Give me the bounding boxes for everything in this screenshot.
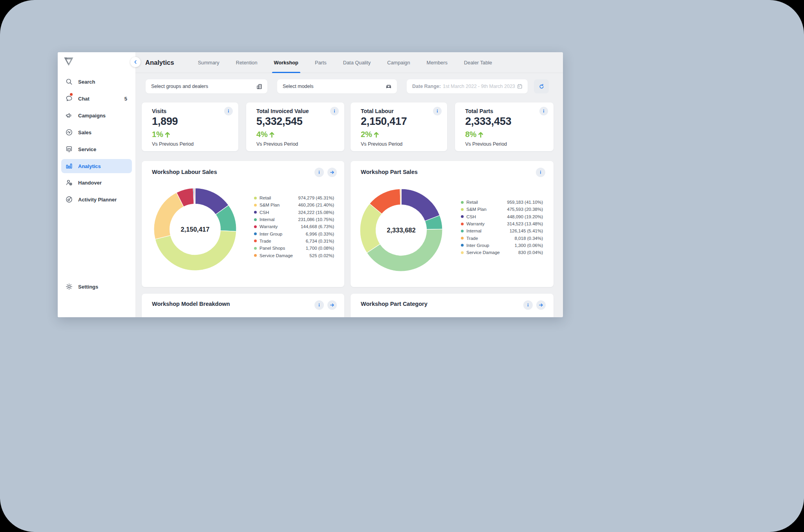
- open-detail-arrow-icon[interactable]: [327, 300, 337, 310]
- tab-workshop[interactable]: Workshop: [266, 52, 307, 73]
- legend-item[interactable]: Trade8,018 (0.34%): [461, 234, 543, 241]
- legend-value: 959,183 (41.10%): [507, 200, 543, 205]
- sidebar-item-service[interactable]: Service: [61, 142, 132, 156]
- tab-summary[interactable]: Summary: [190, 52, 228, 73]
- tab-members[interactable]: Members: [418, 52, 456, 73]
- legend-value: 1,700 (0.08%): [306, 246, 334, 250]
- workshop-part-category-card: Workshop Part Category: [351, 294, 554, 317]
- legend-item[interactable]: CSH324,222 (15.08%): [254, 209, 334, 216]
- tab-campaign[interactable]: Campaign: [379, 52, 418, 73]
- info-icon[interactable]: [314, 168, 324, 177]
- legend-item[interactable]: CSH448,090 (19.20%): [461, 213, 543, 220]
- legend-item[interactable]: Inter Group6,996 (0.33%): [254, 230, 334, 237]
- tab-dealer-table[interactable]: Dealer Table: [456, 52, 501, 73]
- tab-parts[interactable]: Parts: [307, 52, 335, 73]
- legend-value: 830 (0.04%): [518, 250, 543, 255]
- legend-item[interactable]: S&M Plan460,206 (21.40%): [254, 201, 334, 208]
- legend-swatch: [461, 201, 464, 204]
- legend-item[interactable]: Service Damage830 (0.04%): [461, 249, 543, 256]
- legend-swatch: [254, 254, 257, 257]
- legend-item[interactable]: Retail974,279 (45.31%): [254, 194, 334, 201]
- legend-value: 144,668 (6.73%): [301, 224, 334, 229]
- sidebar-item-activity-planner[interactable]: Activity Planner: [61, 192, 132, 207]
- legend-swatch: [461, 230, 464, 232]
- brand-logo-icon: [64, 57, 74, 68]
- donut-center-total: 2,333,682: [358, 187, 444, 273]
- models-select[interactable]: Select models: [277, 79, 397, 93]
- chevron-left-icon: [133, 59, 138, 65]
- sidebar-item-analytics[interactable]: Analytics: [61, 159, 132, 173]
- kpi-compare-label: Vs Previous Period: [361, 141, 402, 147]
- legend-item[interactable]: Internal126,145 (5.41%): [461, 227, 543, 234]
- kpi-card-total-parts: Total Parts 2,333,453 8% Vs Previous Per…: [455, 102, 554, 151]
- sidebar-item-chat[interactable]: Chat 5: [61, 91, 132, 106]
- open-detail-arrow-icon[interactable]: [536, 300, 546, 310]
- info-icon[interactable]: [433, 107, 442, 115]
- legend-swatch: [461, 223, 464, 225]
- page-header: Analytics Summary Retention Workshop Par…: [135, 52, 563, 73]
- legend-item[interactable]: S&M Plan475,593 (20.38%): [461, 206, 543, 213]
- tab-retention[interactable]: Retention: [228, 52, 266, 73]
- info-icon[interactable]: [536, 168, 545, 177]
- person-add-icon: [65, 179, 73, 186]
- legend-item[interactable]: Service Damage525 (0.02%): [254, 252, 334, 259]
- date-range-picker[interactable]: Date Range: 1st March 2022 - 9th March 2…: [407, 79, 528, 93]
- groups-dealers-select[interactable]: Select groups and dealers: [146, 79, 267, 93]
- buildings-icon: [256, 83, 263, 90]
- sidebar-item-sales[interactable]: Sales: [61, 125, 132, 139]
- legend-label: Warranty: [259, 224, 278, 229]
- legend-item[interactable]: Internal231,086 (10.75%): [254, 216, 334, 223]
- legend-label: Warranty: [466, 221, 484, 226]
- legend-item[interactable]: Trade6,734 (0.31%): [254, 238, 334, 245]
- page-title: Analytics: [145, 52, 174, 73]
- legend-value: 525 (0.02%): [309, 253, 334, 258]
- legend-swatch: [461, 244, 464, 247]
- sidebar-collapse-button[interactable]: [130, 57, 141, 67]
- legend-label: Trade: [259, 239, 271, 243]
- labour-sales-donut-chart[interactable]: 2,150,417: [152, 186, 238, 272]
- info-icon[interactable]: [523, 300, 533, 310]
- legend-label: Panel Shops: [259, 246, 285, 250]
- handshake-icon: [65, 128, 73, 136]
- legend-swatch: [254, 204, 257, 207]
- legend-value: 475,593 (20.38%): [507, 207, 543, 212]
- calendar-icon: [517, 83, 523, 90]
- kpi-change-value: 1%: [152, 130, 163, 139]
- info-icon[interactable]: [539, 107, 548, 115]
- legend-value: 6,734 (0.31%): [306, 239, 334, 243]
- sidebar-item-handover[interactable]: Handover: [61, 176, 132, 190]
- legend-label: Service Damage: [466, 250, 500, 255]
- legend-item[interactable]: Panel Shops1,700 (0.08%): [254, 245, 334, 252]
- info-icon[interactable]: [224, 107, 233, 115]
- chat-unread-count: 5: [124, 96, 128, 102]
- chat-icon: [65, 95, 73, 102]
- refresh-button[interactable]: [534, 79, 549, 93]
- info-icon[interactable]: [314, 300, 324, 310]
- legend-swatch: [254, 225, 257, 228]
- legend-item[interactable]: Warranty314,523 (13.48%): [461, 220, 543, 227]
- card-title: Workshop Labour Sales: [152, 169, 217, 175]
- date-range-label: Date Range:: [412, 84, 441, 89]
- part-sales-donut-chart[interactable]: 2,333,682: [358, 187, 444, 273]
- card-title: Workshop Model Breakdown: [152, 301, 230, 307]
- info-icon[interactable]: [330, 107, 339, 115]
- card-actions: [523, 300, 546, 310]
- sidebar-item-campaigns[interactable]: Campaigns: [61, 108, 132, 122]
- legend-label: S&M Plan: [259, 203, 280, 207]
- kpi-compare-label: Vs Previous Period: [256, 141, 298, 147]
- labour-sales-legend: Retail974,279 (45.31%) S&M Plan460,206 (…: [254, 194, 334, 259]
- legend-value: 1,300 (0.06%): [515, 243, 543, 248]
- open-detail-arrow-icon[interactable]: [327, 168, 337, 177]
- legend-item[interactable]: Retail959,183 (41.10%): [461, 199, 543, 206]
- legend-item[interactable]: Warranty144,668 (6.73%): [254, 223, 334, 230]
- sidebar-item-search[interactable]: Search: [61, 75, 132, 89]
- sidebar-item-label: Settings: [78, 284, 98, 290]
- sidebar-item-label: Search: [78, 79, 95, 85]
- legend-item[interactable]: Inter Group1,300 (0.06%): [461, 242, 543, 249]
- tab-data-quality[interactable]: Data Quality: [335, 52, 379, 73]
- kpi-title: Total Parts: [465, 108, 493, 114]
- kpi-card-total-invoiced-value: Total Invoiced Value 5,332,545 4% Vs Pre…: [246, 102, 344, 151]
- sidebar-item-settings[interactable]: Settings: [61, 280, 132, 294]
- models-placeholder: Select models: [283, 84, 314, 89]
- card-actions: [314, 168, 337, 177]
